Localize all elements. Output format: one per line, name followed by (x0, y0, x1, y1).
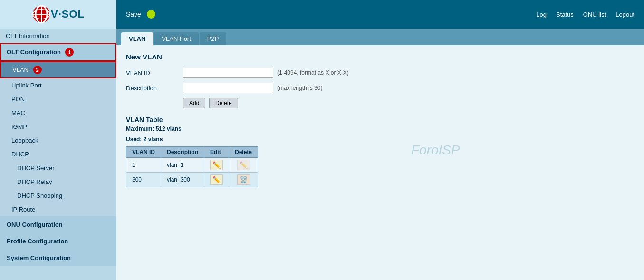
cell-edit: ✏️ (204, 158, 229, 173)
sidebar-item-pon[interactable]: PON (0, 92, 116, 106)
cell-description: vlan_300 (161, 173, 204, 187)
max-vlans: Maximum: 512 vlans (126, 126, 634, 132)
olt-config-badge: 1 (65, 48, 74, 57)
sidebar: OLT Information OLT Configuration 1 VLAN… (0, 29, 116, 280)
sidebar-item-dhcp-snooping[interactable]: DHCP Snooping (0, 189, 116, 203)
sidebar-item-ip-route[interactable]: IP Route (0, 203, 116, 216)
vlan-table: VLAN ID Description Edit Delete 1vlan_1✏… (126, 146, 258, 187)
cell-delete: 🗑️ (229, 173, 258, 187)
sidebar-item-dhcp[interactable]: DHCP (0, 147, 116, 161)
description-label: Description (126, 85, 183, 92)
vlan-table-section: VLAN Table Maximum: 512 vlans Used: 2 vl… (126, 116, 634, 187)
content-area: VLAN VLAN Port P2P ForoISP New VLAN VLAN… (116, 29, 644, 280)
sidebar-item-olt-config[interactable]: OLT Configuration 1 (0, 43, 116, 61)
edit-button[interactable]: ✏️ (210, 160, 223, 170)
cell-description: vlan_1 (161, 158, 204, 173)
edit-button[interactable]: ✏️ (210, 174, 223, 185)
col-description: Description (161, 147, 204, 158)
sidebar-item-vlan[interactable]: VLAN 2 (0, 61, 116, 78)
description-input[interactable] (183, 83, 273, 93)
vlan-id-hint: (1-4094, format as X or X-X) (277, 69, 349, 76)
sidebar-item-system-config[interactable]: System Configuration (0, 250, 116, 266)
sidebar-item-olt-info[interactable]: OLT Information (0, 29, 116, 43)
sidebar-item-uplink-port[interactable]: Uplink Port (0, 78, 116, 92)
tab-bar: VLAN VLAN Port P2P (116, 29, 644, 45)
add-button[interactable]: Add (183, 98, 205, 108)
sidebar-item-dhcp-server[interactable]: DHCP Server (0, 161, 116, 175)
description-row: Description (max length is 30) (126, 83, 634, 93)
sidebar-item-mac[interactable]: MAC (0, 106, 116, 120)
vlan-badge: 2 (33, 66, 42, 74)
cell-vlan-id: 1 (126, 158, 161, 173)
table-row: 300vlan_300✏️🗑️ (126, 173, 258, 187)
col-edit: Edit (204, 147, 229, 158)
cell-edit: ✏️ (204, 173, 229, 187)
tab-vlan[interactable]: VLAN (121, 32, 153, 45)
used-vlans: Used: 2 vlans (126, 136, 634, 143)
cell-delete: ✏️ (229, 158, 258, 173)
logo-text: V·SOL (51, 8, 85, 20)
onu-list-button[interactable]: ONU list (583, 11, 606, 18)
vlan-id-label: VLAN ID (126, 69, 183, 77)
delete-button[interactable]: Delete (209, 98, 238, 108)
status-dot (147, 10, 155, 19)
cell-vlan-id: 300 (126, 173, 161, 187)
sidebar-item-igmp[interactable]: IGMP (0, 120, 116, 134)
log-button[interactable]: Log (536, 11, 547, 18)
vlan-table-title: VLAN Table (126, 116, 634, 124)
logo-area: V·SOL (0, 0, 116, 29)
status-button[interactable]: Status (556, 11, 574, 18)
tab-p2p[interactable]: P2P (200, 32, 227, 45)
logout-button[interactable]: Logout (615, 11, 634, 18)
save-label: Save (126, 10, 141, 18)
sidebar-item-loopback[interactable]: Loopback (0, 134, 116, 147)
row-delete-button[interactable]: 🗑️ (237, 174, 250, 185)
tab-vlan-port[interactable]: VLAN Port (154, 32, 198, 45)
content-body: New VLAN VLAN ID (1-4094, format as X or… (116, 45, 644, 195)
vlan-id-row: VLAN ID (1-4094, format as X or X-X) (126, 68, 634, 78)
description-hint: (max length is 30) (277, 85, 322, 91)
col-delete: Delete (229, 147, 258, 158)
sidebar-item-onu-config[interactable]: ONU Configuration (0, 216, 116, 233)
action-buttons: Add Delete (183, 98, 634, 108)
vlan-id-input[interactable] (183, 68, 273, 78)
table-row: 1vlan_1✏️✏️ (126, 158, 258, 173)
new-vlan-title: New VLAN (126, 53, 634, 61)
sidebar-item-profile-config[interactable]: Profile Configuration (0, 233, 116, 250)
row-delete-button[interactable]: ✏️ (237, 160, 250, 170)
col-vlan-id: VLAN ID (126, 147, 161, 158)
sidebar-item-dhcp-relay[interactable]: DHCP Relay (0, 175, 116, 189)
logo-icon (32, 5, 51, 24)
